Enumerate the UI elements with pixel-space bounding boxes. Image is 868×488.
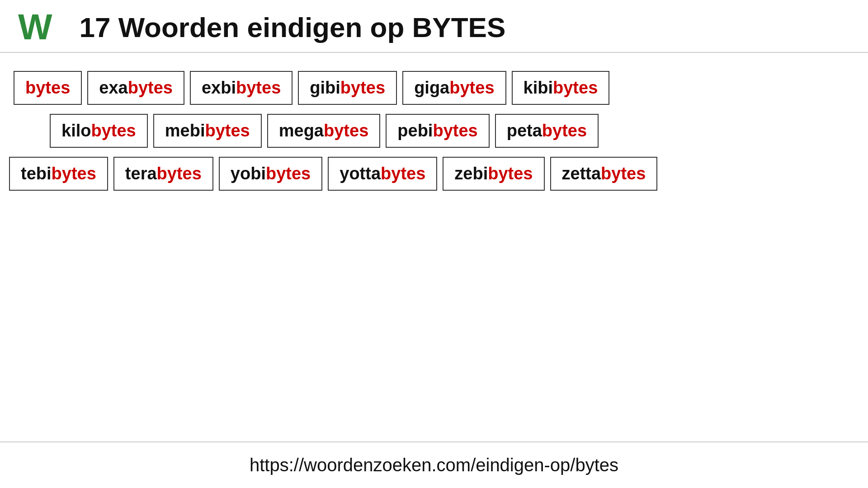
word-exbibytes[interactable]: exbibytes — [190, 71, 292, 105]
footer: https://woordenzoeken.com/eindigen-op/by… — [0, 441, 868, 488]
word-exabytes-prefix: exa — [99, 78, 127, 98]
word-yottabytes[interactable]: yottabytes — [328, 157, 437, 191]
words-row-1: bytes exabytes exbibytes gibibytes gigab… — [9, 71, 859, 105]
word-mebibytes-prefix: mebi — [165, 121, 205, 141]
word-yobibytes[interactable]: yobibytes — [219, 157, 322, 191]
word-gibibytes-prefix: gibi — [310, 78, 340, 98]
word-gibibytes[interactable]: gibibytes — [298, 71, 397, 105]
words-row-3: tebibytes terabytes yobibytes yottabytes… — [9, 157, 859, 191]
word-pebibytes[interactable]: pebibytes — [386, 114, 489, 148]
word-petabytes-prefix: peta — [507, 121, 542, 141]
logo: W — [18, 9, 52, 45]
word-zettabytes[interactable]: zettabytes — [550, 157, 658, 191]
word-tebibytes-suffix: bytes — [52, 164, 96, 183]
word-terabytes-prefix: tera — [125, 164, 157, 183]
word-terabytes[interactable]: terabytes — [113, 157, 213, 191]
word-tebibytes[interactable]: tebibytes — [9, 157, 108, 191]
word-yottabytes-prefix: yotta — [340, 164, 381, 183]
word-bytes[interactable]: bytes — [14, 71, 82, 105]
header: W 17 Woorden eindigen op BYTES — [0, 0, 868, 53]
word-megabytes-prefix: mega — [279, 121, 324, 141]
word-tebibytes-prefix: tebi — [21, 164, 52, 183]
word-megabytes-suffix: bytes — [324, 121, 368, 141]
word-zebibytes-prefix: zebi — [454, 164, 488, 183]
word-kibibytes-prefix: kibi — [524, 78, 553, 98]
word-megabytes[interactable]: megabytes — [267, 114, 381, 148]
word-kibibytes[interactable]: kibibytes — [512, 71, 610, 105]
word-yobibytes-suffix: bytes — [266, 164, 311, 183]
footer-url: https://woordenzoeken.com/eindigen-op/by… — [18, 455, 850, 475]
word-gigabytes-prefix: giga — [414, 78, 449, 98]
word-petabytes[interactable]: petabytes — [495, 114, 599, 148]
word-petabytes-suffix: bytes — [542, 121, 587, 141]
word-zebibytes[interactable]: zebibytes — [443, 157, 544, 191]
word-gibibytes-suffix: bytes — [340, 78, 385, 98]
word-mebibytes-suffix: bytes — [205, 121, 250, 141]
word-exabytes[interactable]: exabytes — [87, 71, 184, 105]
word-exbibytes-suffix: bytes — [236, 78, 281, 98]
word-zebibytes-suffix: bytes — [488, 164, 533, 183]
word-kibibytes-suffix: bytes — [553, 78, 598, 98]
word-kilobytes-prefix: kilo — [61, 121, 91, 141]
word-bytes-text: bytes — [25, 78, 70, 98]
word-exabytes-suffix: bytes — [128, 78, 173, 98]
word-kilobytes-suffix: bytes — [91, 121, 136, 141]
word-pebibytes-suffix: bytes — [433, 121, 477, 141]
page-title: 17 Woorden eindigen op BYTES — [80, 11, 506, 43]
word-yottabytes-suffix: bytes — [381, 164, 425, 183]
main-content: bytes exabytes exbibytes gibibytes gigab… — [0, 53, 868, 441]
word-exbibytes-prefix: exbi — [202, 78, 236, 98]
word-mebibytes[interactable]: mebibytes — [153, 114, 262, 148]
word-gigabytes-suffix: bytes — [449, 78, 494, 98]
word-kilobytes[interactable]: kilobytes — [50, 114, 148, 148]
word-zettabytes-prefix: zetta — [562, 164, 601, 183]
word-pebibytes-prefix: pebi — [397, 121, 433, 141]
words-row-2: kilobytes mebibytes megabytes pebibytes … — [9, 114, 859, 148]
word-terabytes-suffix: bytes — [157, 164, 202, 183]
word-zettabytes-suffix: bytes — [601, 164, 646, 183]
word-gigabytes[interactable]: gigabytes — [402, 71, 506, 105]
word-yobibytes-prefix: yobi — [231, 164, 266, 183]
